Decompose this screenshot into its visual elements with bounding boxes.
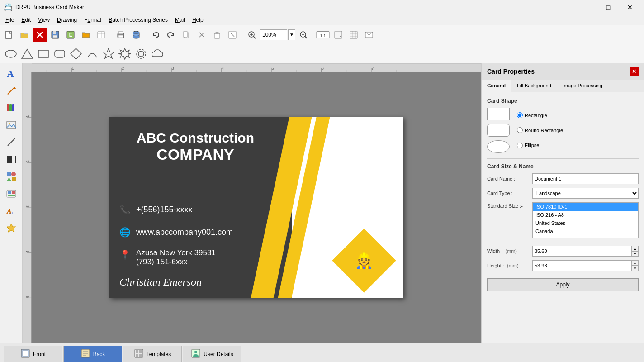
menu-batch[interactable]: Batch Processing Series (105, 15, 171, 25)
radio-rectangle-input[interactable] (517, 112, 523, 118)
text-art-tool[interactable]: Aa (3, 203, 19, 219)
tab-general[interactable]: General (482, 80, 511, 92)
tab-fill-background[interactable]: Fill Background (511, 80, 557, 92)
width-down-btn[interactable]: ▼ (631, 251, 639, 257)
card-name-input[interactable] (532, 173, 639, 184)
actual-size-btn[interactable]: 1:1 (316, 28, 330, 42)
height-input[interactable] (532, 260, 631, 271)
width-input[interactable] (532, 246, 631, 257)
minimize-button[interactable]: — (576, 0, 597, 14)
shapes-panel-tool[interactable] (3, 168, 19, 185)
print-button[interactable] (114, 28, 128, 42)
menu-edit[interactable]: Edit (18, 15, 34, 25)
grid-btn[interactable] (346, 28, 361, 42)
menubar: File Edit View Drawing Format Batch Proc… (0, 14, 644, 25)
menu-format[interactable]: Format (80, 15, 105, 25)
panel-close-button[interactable]: ✕ (630, 67, 639, 76)
database-button[interactable] (129, 28, 143, 42)
card-phone: +(556)155-xxxx (136, 205, 193, 214)
menu-view[interactable]: View (34, 15, 53, 25)
card-type-select[interactable]: Landscape Portrait (532, 188, 639, 199)
maximize-button[interactable]: □ (598, 0, 619, 14)
zoom-out-btn[interactable] (296, 28, 311, 42)
svg-rect-63 (11, 156, 12, 163)
svg-text:1:1: 1:1 (320, 33, 326, 38)
star-tool[interactable] (3, 220, 19, 236)
canvas-area[interactable]: 1 2 3 4 5 6 7 (23, 63, 481, 343)
menu-drawing[interactable]: Drawing (53, 15, 80, 25)
radio-ellipse-input[interactable] (517, 143, 523, 148)
radio-rectangle[interactable]: Rectangle (517, 112, 563, 118)
business-card[interactable]: ABC Construction COMPANY 📞 +(556)155-xxx… (109, 117, 403, 298)
menu-mail[interactable]: Mail (171, 15, 189, 25)
shape-diamond-tool[interactable] (69, 47, 83, 61)
card-size-name-title: Card Size & Name (487, 163, 639, 170)
image-tool[interactable] (3, 117, 19, 133)
width-row: Width : (mm) ▲ ▼ (487, 246, 639, 257)
folder-button[interactable] (79, 28, 93, 42)
shape-star6-tool[interactable] (118, 47, 132, 61)
zoom-input[interactable] (260, 29, 287, 40)
svg-marker-41 (22, 49, 33, 58)
radio-round-rect-input[interactable] (517, 127, 523, 133)
redo-button[interactable] (164, 28, 178, 42)
zoom-in-btn[interactable] (245, 28, 259, 42)
close-button[interactable]: ✕ (620, 0, 640, 14)
pencil-tool[interactable] (3, 82, 19, 99)
open-button[interactable] (17, 28, 32, 42)
delete-button[interactable] (33, 28, 47, 42)
size-option-2[interactable]: United States (533, 219, 638, 227)
text-tool[interactable]: A (3, 65, 19, 81)
tab-image-processing[interactable]: Image Processing (557, 80, 608, 92)
size-option-3[interactable]: Canada (533, 227, 638, 235)
svg-text:6: 6 (322, 66, 324, 70)
apply-button[interactable]: Apply (487, 278, 639, 291)
shape-round-rect-tool[interactable] (52, 47, 67, 61)
tab-back[interactable]: Back (63, 346, 122, 362)
effects-tool[interactable] (3, 186, 19, 202)
menu-file[interactable]: File (2, 15, 18, 25)
svg-text:2: 2 (122, 66, 124, 70)
email-btn[interactable] (362, 28, 376, 42)
fit-page-btn[interactable] (331, 28, 346, 42)
menu-help[interactable]: Help (189, 15, 207, 25)
height-up-btn[interactable]: ▲ (631, 260, 639, 266)
svg-text:1: 1 (25, 115, 30, 118)
shape-cloud-tool[interactable] (150, 47, 165, 61)
tab-front[interactable]: Front (4, 346, 62, 362)
tab-templates[interactable]: Templates (123, 346, 182, 362)
width-up-btn[interactable]: ▲ (631, 246, 639, 251)
line-tool[interactable] (3, 134, 19, 150)
shape-ellipse-tool[interactable] (4, 47, 18, 61)
shape-rect-tool[interactable] (36, 47, 51, 61)
size-option-0[interactable]: ISO 7810 ID-1 (533, 203, 638, 211)
user-details-tab-label: User Details (204, 351, 233, 357)
svg-rect-66 (15, 156, 16, 163)
undo-button[interactable] (148, 28, 163, 42)
books-tool[interactable] (3, 100, 19, 116)
standard-size-listbox[interactable]: ISO 7810 ID-1 ISO 216 - A8 United States… (532, 202, 639, 238)
shape-arc-tool[interactable] (85, 47, 99, 61)
export-button[interactable]: E (63, 28, 78, 42)
radio-ellipse[interactable]: Ellipse (517, 143, 563, 148)
svg-rect-74 (8, 195, 15, 196)
radio-round-rect[interactable]: Round Rectangle (517, 127, 563, 133)
save-button[interactable] (48, 28, 62, 42)
cut-button[interactable] (194, 28, 209, 42)
size-option-1[interactable]: ISO 216 - A8 (533, 211, 638, 219)
barcode-tool[interactable] (3, 151, 19, 167)
paste-button[interactable] (210, 28, 224, 42)
shape-gear-tool[interactable] (134, 47, 148, 61)
clear-button[interactable] (225, 28, 240, 42)
svg-point-47 (138, 51, 144, 57)
zoom-dropdown[interactable]: ▼ (288, 29, 295, 40)
shape-star-tool[interactable] (101, 47, 116, 61)
ruler-top: 1 2 3 4 5 6 7 (23, 63, 481, 72)
labels-button[interactable] (94, 28, 109, 42)
canvas-content[interactable]: ABC Construction COMPANY 📞 +(556)155-xxx… (32, 72, 481, 343)
new-button[interactable] (2, 28, 16, 42)
shape-triangle-tool[interactable] (20, 47, 34, 61)
tab-user-details[interactable]: User Details (183, 346, 242, 362)
height-down-btn[interactable]: ▼ (631, 266, 639, 271)
copy-button[interactable] (179, 28, 194, 42)
